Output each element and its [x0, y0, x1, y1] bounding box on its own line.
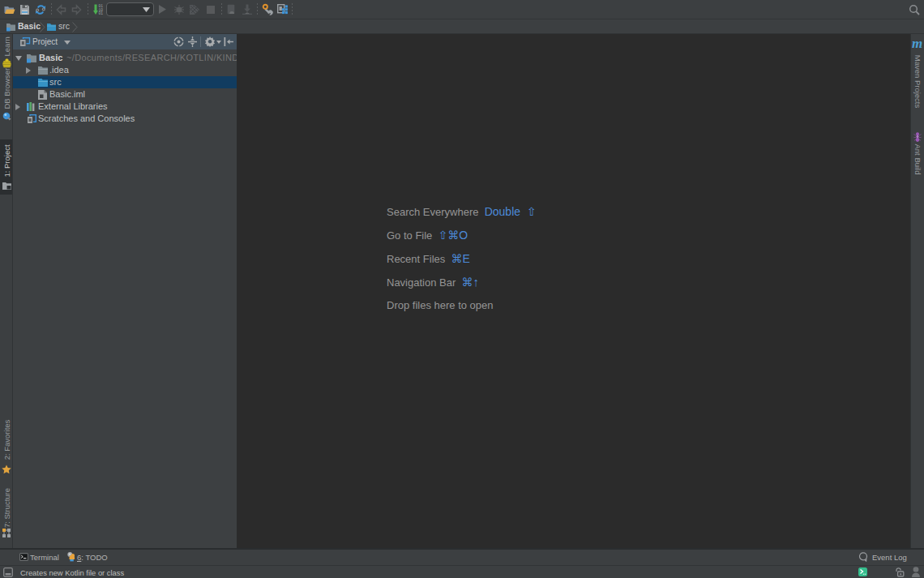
- svg-text:01: 01: [99, 11, 104, 15]
